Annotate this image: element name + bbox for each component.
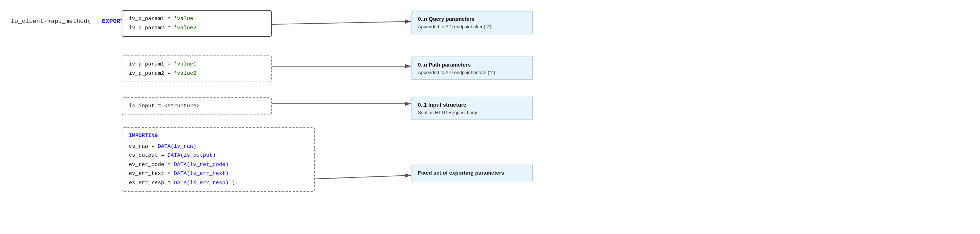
- importing-line4: ev_err_text = DATA(lv_err_text): [129, 169, 308, 178]
- info-query-title: 0..n Query parameters: [418, 15, 527, 23]
- importing-line2: es_output = DATA(ls_output): [129, 151, 308, 160]
- method-call-text: lo_client->api_method( EXPORTING: [11, 18, 135, 25]
- info-input-title: 0..1 Input structure: [418, 101, 527, 109]
- path-param-line1: iv_p_param1 = 'value1': [129, 60, 265, 69]
- info-box-query: 0..n Query parameters Appended to API en…: [412, 11, 533, 34]
- info-query-subtitle: Appended to API endpoint after ('?'): [418, 23, 527, 30]
- arrow-query: [272, 21, 411, 24]
- importing-keyword: IMPORTING: [129, 131, 308, 141]
- info-box-exporting: Fixed set of exporting parameters: [412, 165, 533, 181]
- method-call-label: lo_client->api_method(: [11, 18, 91, 25]
- input-struct-line: is_input = <structure>: [129, 102, 265, 111]
- arrow-importing: [315, 175, 411, 179]
- info-exporting-title: Fixed set of exporting parameters: [418, 169, 527, 177]
- info-path-subtitle: Appended to API endpoint before ('?'): [418, 69, 527, 76]
- info-input-subtitle: Sent as HTTP Request body: [418, 109, 527, 116]
- path-param-line2: iv_p_param2 = 'value2': [129, 69, 265, 78]
- input-struct-box: is_input = <structure>: [122, 97, 272, 115]
- query-param-line1: iv_q_param1 = 'value1': [129, 14, 265, 24]
- query-param-line2: iv_q_param2 = 'value2': [129, 24, 265, 33]
- query-params-box: iv_q_param1 = 'value1' iv_q_param2 = 'va…: [122, 10, 272, 37]
- path-params-box: iv_p_param1 = 'value1' iv_p_param2 = 'va…: [122, 56, 272, 82]
- diagram: lo_client->api_method( EXPORTING iv_q_pa…: [0, 0, 980, 234]
- info-box-path: 0..n Path parameters Appended to API end…: [412, 57, 533, 80]
- info-path-title: 0..n Path parameters: [418, 61, 527, 69]
- importing-line5: es_err_resp = DATA(ls_err_resp) ).: [129, 178, 308, 188]
- importing-box: IMPORTING es_raw = DATA(lv_raw) es_outpu…: [122, 127, 315, 192]
- info-box-input: 0..1 Input structure Sent as HTTP Reques…: [412, 97, 533, 120]
- importing-line3: ev_ret_code = DATA(lv_ret_code): [129, 160, 308, 170]
- importing-line1: es_raw = DATA(lv_raw): [129, 142, 308, 151]
